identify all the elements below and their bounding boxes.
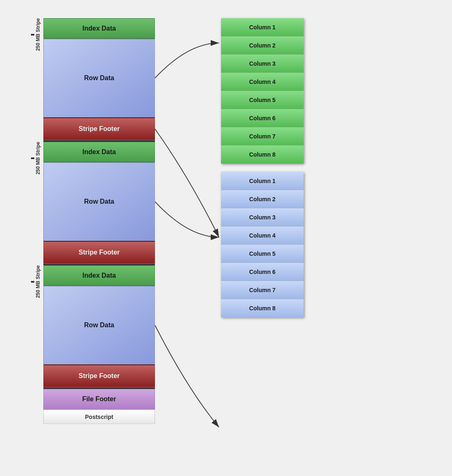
diagram-container: 250 MB Stripe Index Data Row Data Stripe… [19,2,433,474]
stripe3-index: Index Data [43,265,155,286]
stripe3-footer: Stripe Footer [43,364,155,387]
col-blue-7: Column 7 [221,281,304,299]
col-blue-6: Column 6 [221,263,304,281]
stripe1-row: Row Data [43,39,155,117]
col-green-7: Column 7 [221,127,304,145]
stripe3-row: Row Data [43,286,155,364]
stripe-2-row: 250 MB Stripe Index Data Row Data Stripe… [31,142,155,265]
col-blue-3: Column 3 [221,208,304,226]
arrows-area [155,18,221,458]
stripe1-index: Index Data [43,18,155,39]
stripe1-footer: Stripe Footer [43,117,155,140]
col-blue-2: Column 2 [221,190,304,208]
stripe-1-blocks: Index Data Row Data Stripe Footer [43,18,155,142]
col-blue-5: Column 5 [221,245,304,263]
stripe2-label: 250 MB Stripe [35,142,41,174]
file-footer: File Footer [43,389,155,409]
stripes-section: 250 MB Stripe Index Data Row Data Stripe… [28,18,155,424]
stripe-1-row: 250 MB Stripe Index Data Row Data Stripe… [31,18,155,142]
stripe2-footer: Stripe Footer [43,241,155,264]
col-blue-4: Column 4 [221,226,304,245]
col-green-6: Column 6 [221,109,304,127]
col-blue-8: Column 8 [221,299,304,317]
stripe2-index: Index Data [43,142,155,162]
stripe2-row: Row Data [43,162,155,241]
col-green-1: Column 1 [221,18,304,36]
column-groups: Column 1 Column 2 Column 3 Column 4 Colu… [221,18,304,317]
col-green-5: Column 5 [221,91,304,109]
column-group-blue: Column 1 Column 2 Column 3 Column 4 Colu… [221,172,304,317]
col-green-2: Column 2 [221,36,304,55]
stripe-3-blocks: Index Data Row Data Stripe Footer File F… [43,265,155,424]
col-blue-1: Column 1 [221,172,304,190]
stripe1-label: 250 MB Stripe [35,18,41,51]
col-green-4: Column 4 [221,73,304,91]
col-green-8: Column 8 [221,145,304,164]
col-green-3: Column 3 [221,55,304,73]
column-group-green: Column 1 Column 2 Column 3 Column 4 Colu… [221,18,304,164]
stripe3-label: 250 MB Stripe [35,265,41,298]
stripe-2-blocks: Index Data Row Data Stripe Footer [43,142,155,265]
stripe-3-row: 250 MB Stripe Index Data Row Data Stripe… [31,265,155,424]
postscript: Postscript [43,409,155,424]
